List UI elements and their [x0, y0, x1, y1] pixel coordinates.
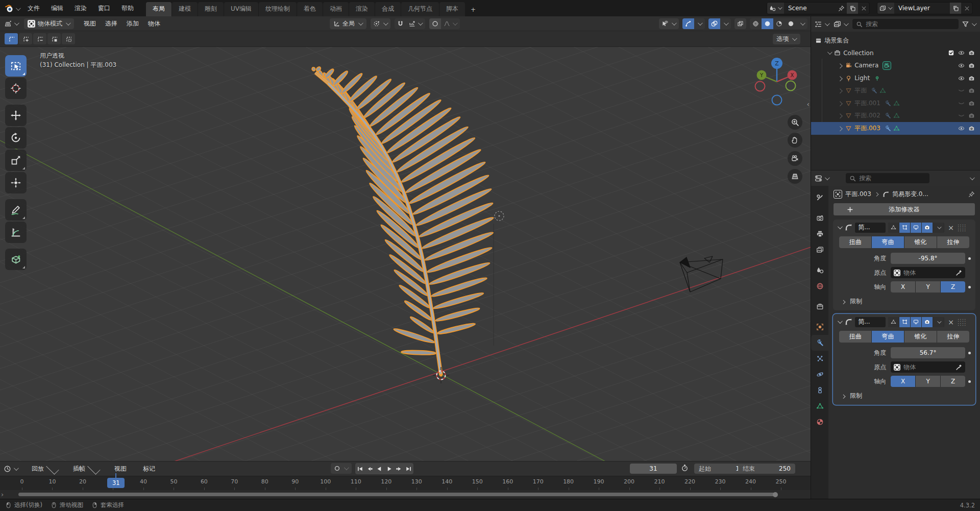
collapse-chevron-icon[interactable] [838, 319, 843, 324]
workspace-tab[interactable]: 布局 [146, 2, 172, 16]
eye-closed-icon[interactable] [958, 87, 965, 94]
jump-to-end-button[interactable] [404, 463, 413, 474]
properties-tab-tool[interactable] [811, 190, 828, 206]
play-button[interactable] [384, 463, 394, 474]
eye-closed-icon[interactable] [958, 100, 965, 107]
editor-type-3dviewport-icon[interactable] [4, 20, 12, 28]
workspace-tab[interactable]: 建模 [172, 2, 198, 16]
timeline-menu-item[interactable]: 标记 [139, 463, 159, 475]
proportional-edit-toggle[interactable] [429, 18, 441, 29]
select-mode-set-button[interactable] [5, 33, 18, 44]
viewlayer-name[interactable]: ViewLayer [894, 5, 950, 12]
gizmo-dropdown[interactable] [694, 18, 705, 29]
camera-visibility-icon[interactable] [968, 87, 975, 94]
playhead-line[interactable] [115, 473, 116, 481]
camera-visibility-icon[interactable] [968, 62, 975, 69]
use-preview-range-toggle[interactable] [681, 464, 689, 472]
pivot-point-dropdown[interactable] [371, 18, 390, 29]
properties-tab-output[interactable] [811, 226, 828, 242]
show-gizmo-toggle[interactable] [682, 18, 694, 29]
frame-end-field[interactable]: 结束 250 [738, 464, 795, 474]
visibility-dropdown[interactable] [659, 18, 679, 29]
outliner-item-label[interactable]: Camera [854, 62, 878, 69]
axis-x-button[interactable]: X [891, 376, 915, 387]
angle-field[interactable]: 56.7° [891, 347, 965, 358]
workspace-tab[interactable]: UV编辑 [224, 2, 258, 16]
shading-solid-button[interactable] [762, 18, 773, 29]
timeline-scrollbar[interactable] [18, 493, 775, 496]
animate-dot[interactable] [968, 380, 971, 383]
expand-arrow[interactable]: › [1, 491, 4, 498]
auto-keying-toggle[interactable] [331, 463, 352, 474]
rotate-tool[interactable] [5, 127, 27, 149]
viewlayer-remove-button[interactable] [961, 3, 972, 14]
angle-field[interactable]: -95.8° [891, 253, 965, 264]
menubar-item[interactable]: 窗口 [93, 3, 115, 14]
delete-modifier-button[interactable]: × [947, 318, 955, 326]
eyedropper-icon[interactable] [955, 270, 962, 276]
scene-unlink-button[interactable] [858, 3, 869, 14]
outliner-row-场景集合[interactable]: 场景集合 [811, 34, 980, 47]
axis-z-button[interactable]: Z [941, 376, 965, 387]
origin-object-field[interactable]: 物体 [891, 361, 965, 373]
chevron-right-icon[interactable] [838, 76, 843, 81]
chevron-right-icon[interactable] [838, 114, 843, 119]
modifier-name-field[interactable]: 简... [855, 223, 886, 233]
outliner-row-Camera[interactable]: Camera [811, 59, 980, 72]
twist-tab[interactable]: 扭曲 [839, 331, 871, 343]
chevron-right-icon[interactable] [838, 88, 843, 93]
show-in-viewport-toggle[interactable] [911, 317, 921, 327]
navigation-gizmo[interactable]: Z Y X [747, 52, 806, 111]
frame-start-field[interactable]: 起始 1 [694, 464, 744, 474]
modifier-extras-dropdown[interactable] [933, 317, 944, 327]
modifier-extras-dropdown[interactable] [933, 223, 944, 233]
properties-search-input[interactable]: 搜索 [846, 173, 929, 183]
transform-tool[interactable] [5, 172, 27, 193]
camera-visibility-icon[interactable] [968, 50, 975, 56]
workspace-tab[interactable]: 脚本 [439, 2, 465, 16]
3d-viewport[interactable]: 用户透视 (31) Collection | 平面.003 [0, 47, 811, 461]
outliner-item-label[interactable]: Light [854, 75, 870, 82]
play-reverse-button[interactable] [375, 463, 384, 474]
camera-visibility-icon[interactable] [968, 125, 975, 132]
scene-name[interactable]: Scene [784, 5, 836, 12]
add-workspace-button[interactable]: + [465, 4, 481, 16]
snap-settings-dropdown[interactable] [406, 18, 425, 29]
checkbox-icon[interactable] [948, 50, 954, 56]
select-mode-extend-button[interactable] [19, 33, 32, 44]
chevron-right-icon[interactable] [838, 126, 843, 131]
stretch-tab[interactable]: 拉伸 [937, 331, 969, 343]
properties-tab-data[interactable] [811, 398, 828, 414]
viewport-menu-item[interactable]: 物体 [143, 18, 165, 30]
menubar-item[interactable]: 渲染 [69, 3, 92, 14]
outliner-item-label[interactable]: 场景集合 [824, 36, 849, 45]
shading-rendered-button[interactable] [785, 18, 797, 29]
drag-handle[interactable]: :::::::: [958, 318, 966, 326]
annotate-tool[interactable] [5, 199, 27, 221]
scene-browse-button[interactable] [767, 3, 784, 14]
viewport-menu-item[interactable]: 添加 [122, 18, 143, 30]
viewlayer-browse-button[interactable] [877, 3, 894, 14]
previous-keyframe-button[interactable] [365, 463, 375, 474]
properties-tab-object[interactable] [811, 319, 828, 335]
gizmo-minus-y-axis[interactable] [786, 81, 796, 91]
breadcrumb-object[interactable]: 平面.003 [845, 190, 871, 199]
limits-panel-toggle[interactable]: 限制 [833, 294, 975, 306]
eye-closed-icon[interactable] [958, 112, 965, 119]
properties-tab-constraints[interactable] [811, 382, 828, 398]
tool-options-dropdown[interactable]: 选项 [773, 34, 800, 44]
editor-type-properties-icon[interactable] [815, 175, 822, 182]
pin-icon[interactable] [968, 191, 975, 198]
properties-tab-modifiers[interactable] [811, 335, 828, 351]
camera-visibility-icon[interactable] [968, 112, 975, 119]
workspace-tab[interactable]: 动画 [323, 2, 349, 16]
xray-toggle[interactable] [734, 18, 746, 29]
zoom-button[interactable] [788, 115, 802, 130]
collapse-chevron-icon[interactable] [838, 224, 843, 229]
scene-pin-button[interactable] [836, 3, 847, 14]
overlays-dropdown[interactable] [720, 18, 731, 29]
delete-modifier-button[interactable]: × [947, 224, 955, 232]
current-frame-field[interactable]: 31 [630, 464, 677, 474]
show-in-editmode-toggle[interactable] [899, 317, 910, 327]
limits-panel-toggle[interactable]: 限制 [833, 388, 975, 400]
